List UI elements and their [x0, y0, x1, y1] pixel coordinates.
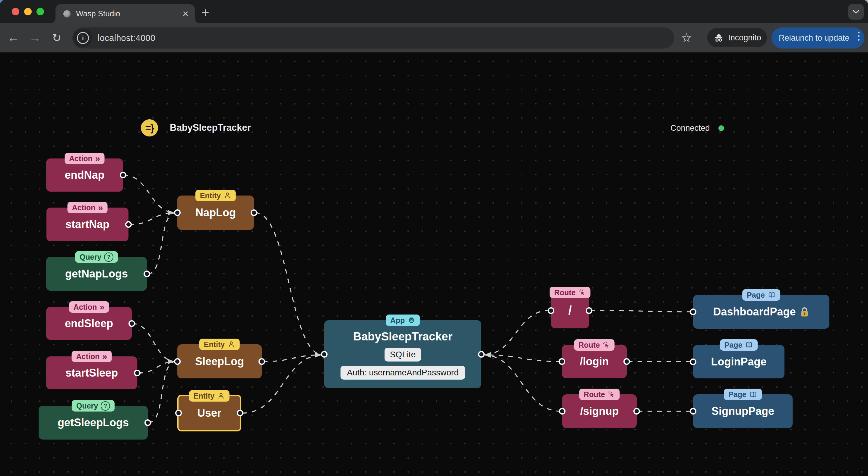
person-icon [227, 340, 235, 348]
node-handle[interactable] [559, 358, 565, 365]
node-entity-NapLog[interactable]: Entity NapLog [177, 196, 254, 230]
connection-status-dot [718, 125, 724, 131]
database-pill: SQLite [384, 348, 421, 362]
node-handle[interactable] [623, 358, 630, 365]
node-action-endSleep[interactable]: Action» endSleep [46, 307, 132, 340]
tab-favicon-globe-icon [63, 10, 70, 18]
node-handle[interactable] [690, 408, 696, 414]
node-handle[interactable] [145, 419, 151, 426]
node-handle[interactable] [258, 358, 265, 365]
browser-tab[interactable]: Wasp Studio ✕ [56, 4, 195, 23]
query-question-icon: ? [101, 401, 110, 411]
node-handle[interactable] [144, 271, 150, 277]
node-handle[interactable] [251, 209, 257, 216]
connection-status: Connected [671, 124, 710, 133]
node-handle[interactable] [586, 307, 592, 314]
node-handle[interactable] [559, 408, 565, 414]
node-route-signup[interactable]: Route /signup [562, 394, 637, 428]
open-book-icon [745, 341, 753, 349]
node-handle[interactable] [237, 410, 243, 416]
node-page-SignupPage[interactable]: Page SignupPage [693, 394, 793, 428]
new-tab-button[interactable]: + [202, 5, 209, 20]
person-icon [223, 192, 231, 199]
node-handle[interactable] [125, 221, 132, 228]
wasp-studio-canvas[interactable]: =} BabySleepTracker Connected Action» en… [0, 53, 868, 476]
node-handle[interactable] [134, 370, 141, 376]
macos-close-button[interactable] [12, 8, 19, 15]
action-chevrons-icon: » [98, 203, 103, 213]
node-handle[interactable] [478, 351, 485, 358]
node-handle[interactable] [120, 172, 126, 178]
open-book-icon [768, 291, 776, 299]
node-query-getSleepLogs[interactable]: Query? getSleepLogs [39, 406, 148, 440]
forward-button[interactable]: → [26, 23, 44, 53]
address-bar[interactable]: i localhost:4000 [72, 27, 674, 48]
browser-window: Wasp Studio ✕ + ← → ↻ i localhost:4000 ☆ [0, 0, 868, 476]
node-page-DashboardPage[interactable]: Page DashboardPage [693, 295, 829, 329]
browser-toolbar: ← → ↻ i localhost:4000 ☆ Incognito Relau… [0, 23, 868, 53]
bookmark-star-icon[interactable]: ☆ [679, 23, 694, 53]
node-handle[interactable] [128, 320, 135, 327]
node-route-root[interactable]: Route / [551, 293, 589, 328]
chevron-down-icon [852, 10, 860, 14]
node-handle[interactable] [633, 408, 640, 414]
action-chevrons-icon: » [99, 302, 104, 312]
auth-pill: Auth: usernameAndPassword [341, 366, 465, 380]
node-action-endNap[interactable]: Action» endNap [46, 159, 123, 192]
incognito-icon [713, 33, 724, 42]
node-route-login[interactable]: Route /login [562, 345, 627, 378]
node-action-startSleep[interactable]: Action» startSleep [46, 356, 137, 389]
wasp-logo: =} [141, 119, 158, 136]
incognito-label: Incognito [728, 33, 761, 42]
back-button[interactable]: ← [4, 23, 22, 53]
relaunch-to-update-button[interactable]: Relaunch to update [772, 27, 864, 48]
node-handle[interactable] [174, 209, 181, 216]
node-app-BabySleepTracker[interactable]: App BabySleepTracker SQLite Auth: userna… [324, 320, 482, 388]
node-handle[interactable] [690, 308, 696, 315]
cursor-click-icon [608, 391, 615, 398]
tab-strip: Wasp Studio ✕ + [0, 0, 868, 23]
chip-icon [407, 316, 415, 324]
person-icon [217, 392, 225, 400]
node-entity-SleepLog[interactable]: Entity SleepLog [177, 344, 262, 378]
node-handle[interactable] [548, 307, 554, 314]
info-icon: i [77, 32, 89, 44]
lock-icon [800, 306, 809, 317]
browser-menu-icon[interactable] [858, 32, 860, 41]
node-handle[interactable] [690, 359, 696, 365]
tab-close-icon[interactable]: ✕ [182, 10, 189, 18]
tab-title: Wasp Studio [76, 9, 120, 19]
page-title: BabySleepTracker [170, 122, 251, 133]
tab-search-button[interactable] [848, 4, 864, 20]
macos-zoom-button[interactable] [36, 8, 44, 15]
app-node-title: BabySleepTracker [353, 330, 453, 343]
node-handle[interactable] [321, 351, 328, 358]
node-action-startNap[interactable]: Action» startNap [46, 208, 128, 241]
url-text[interactable]: localhost:4000 [98, 33, 155, 43]
node-entity-User-selected[interactable]: Entity User [177, 395, 241, 432]
node-page-LoginPage[interactable]: Page LoginPage [693, 345, 784, 378]
cursor-click-icon [578, 289, 586, 297]
macos-minimize-button[interactable] [24, 8, 32, 15]
open-book-icon [749, 390, 757, 399]
action-chevrons-icon: » [95, 154, 100, 164]
cursor-click-icon [602, 341, 610, 349]
action-chevrons-icon: » [102, 351, 107, 362]
incognito-badge: Incognito [707, 28, 767, 47]
node-handle[interactable] [175, 410, 182, 416]
site-info-button[interactable]: i [73, 29, 92, 47]
query-question-icon: ? [104, 252, 114, 262]
node-handle[interactable] [174, 358, 181, 365]
node-query-getNapLogs[interactable]: Query? getNapLogs [46, 257, 147, 291]
reload-button[interactable]: ↻ [48, 23, 66, 53]
